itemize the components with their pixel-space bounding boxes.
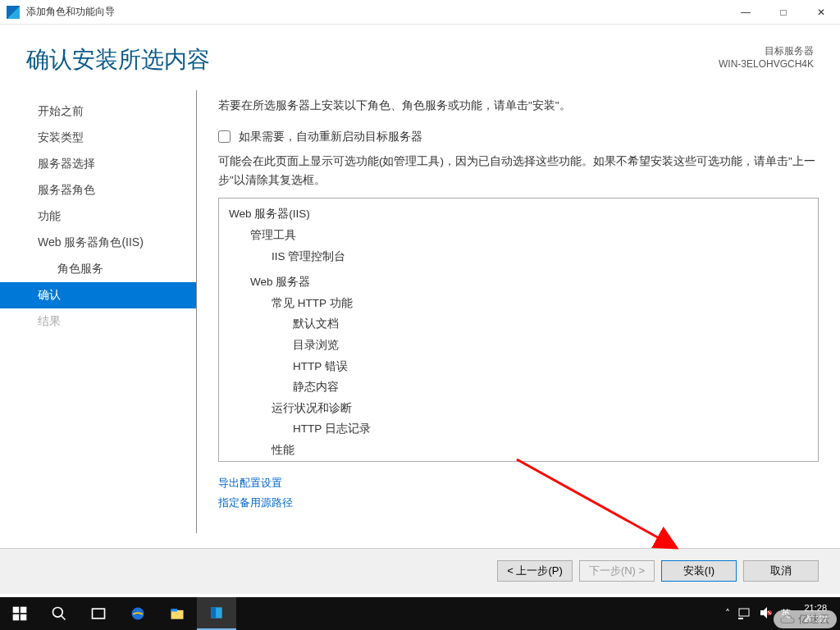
links: 导出配置设置 指定备用源路径 <box>218 473 819 512</box>
target-label: 目标服务器 <box>719 44 814 58</box>
header: 确认安装所选内容 目标服务器 WIN-3ELOHVGCH4K <box>0 25 840 90</box>
watermark-text: 亿速云 <box>798 612 830 627</box>
window-controls: — □ ✕ <box>727 0 840 25</box>
nav-server-roles[interactable]: 服务器角色 <box>0 177 196 203</box>
nav-role-services[interactable]: 角色服务 <box>0 256 196 282</box>
svg-line-6 <box>62 616 66 620</box>
ie-icon[interactable] <box>118 597 158 630</box>
cancel-button[interactable]: 取消 <box>743 560 819 582</box>
task-view-icon[interactable] <box>79 597 118 630</box>
tree-item: 静态内容压缩 <box>226 461 818 463</box>
auto-restart-row: 如果需要，自动重新启动目标服务器 <box>218 130 819 144</box>
server-manager-icon[interactable] <box>197 597 236 630</box>
window-title: 添加角色和功能向导 <box>26 5 727 19</box>
nav-confirmation[interactable]: 确认 <box>0 282 196 308</box>
tree-item: 目录浏览 <box>226 335 818 356</box>
target-info: 目标服务器 WIN-3ELOHVGCH4K <box>719 44 814 70</box>
intro-text: 若要在所选服务器上安装以下角色、角色服务或功能，请单击"安装"。 <box>218 97 819 115</box>
nav-iis-role[interactable]: Web 服务器角色(IIS) <box>0 230 196 256</box>
volume-icon[interactable] <box>760 606 773 622</box>
tree-item: 静态内容 <box>226 377 818 398</box>
svg-rect-7 <box>93 609 105 619</box>
auto-restart-checkbox[interactable] <box>218 130 231 143</box>
network-icon[interactable] <box>738 606 751 622</box>
close-button[interactable]: ✕ <box>802 0 840 25</box>
nav-install-type[interactable]: 安装类型 <box>0 125 196 151</box>
main-panel: 若要在所选服务器上安装以下角色、角色服务或功能，请单击"安装"。 如果需要，自动… <box>197 90 840 533</box>
tree-item: 常见 HTTP 功能 <box>226 293 818 314</box>
titlebar: 添加角色和功能向导 — □ ✕ <box>0 0 840 25</box>
nav-server-selection[interactable]: 服务器选择 <box>0 151 196 177</box>
auto-restart-label: 如果需要，自动重新启动目标服务器 <box>239 130 422 144</box>
tree-item: IIS 管理控制台 <box>226 246 818 267</box>
maximize-button[interactable]: □ <box>765 0 802 25</box>
tree-item: 管理工具 <box>226 225 818 246</box>
next-button: 下一步(N) > <box>579 560 655 582</box>
taskbar: ˄ 英 21:28 2019/ <box>0 597 840 630</box>
watermark: 亿速云 <box>774 610 837 628</box>
selection-tree[interactable]: Web 服务器(IIS) 管理工具 IIS 管理控制台 Web 服务器 常见 H… <box>218 198 819 462</box>
page-title: 确认安装所选内容 <box>26 44 210 75</box>
tree-item: Web 服务器(IIS) <box>226 203 818 225</box>
tree-item: 运行状况和诊断 <box>226 398 818 419</box>
svg-marker-15 <box>760 607 767 619</box>
optional-note: 可能会在此页面上显示可选功能(如管理工具)，因为已自动选择这些功能。如果不希望安… <box>218 153 819 190</box>
svg-point-5 <box>53 608 63 618</box>
footer-buttons: < 上一步(P) 下一步(N) > 安装(I) 取消 <box>0 548 840 594</box>
svg-rect-14 <box>738 618 743 619</box>
tree-item: 性能 <box>226 440 818 461</box>
search-icon[interactable] <box>39 597 79 630</box>
svg-rect-3 <box>13 614 20 621</box>
svg-rect-12 <box>211 607 216 618</box>
tree-item: HTTP 错误 <box>226 356 818 377</box>
tree-item: HTTP 日志记录 <box>226 418 818 440</box>
app-icon <box>7 6 20 19</box>
svg-rect-2 <box>21 607 27 614</box>
svg-rect-4 <box>21 614 27 621</box>
export-config-link[interactable]: 导出配置设置 <box>218 473 819 492</box>
cloud-icon <box>780 614 795 625</box>
install-button[interactable]: 安装(I) <box>661 560 737 582</box>
svg-rect-10 <box>171 609 178 611</box>
nav-results: 结果 <box>0 308 196 335</box>
content: 开始之前 安装类型 服务器选择 服务器角色 功能 Web 服务器角色(IIS) … <box>0 90 840 533</box>
previous-button[interactable]: < 上一步(P) <box>497 560 573 582</box>
nav-features[interactable]: 功能 <box>0 203 196 230</box>
tree-item: 默认文档 <box>226 313 818 335</box>
start-button[interactable] <box>0 597 39 630</box>
tray-chevron-icon[interactable]: ˄ <box>725 608 730 619</box>
minimize-button[interactable]: — <box>727 0 765 25</box>
nav-sidebar: 开始之前 安装类型 服务器选择 服务器角色 功能 Web 服务器角色(IIS) … <box>0 90 197 533</box>
tree-item: Web 服务器 <box>226 272 818 293</box>
nav-before-you-begin[interactable]: 开始之前 <box>0 98 196 125</box>
explorer-icon[interactable] <box>158 597 197 630</box>
svg-rect-1 <box>13 607 20 614</box>
svg-rect-13 <box>739 609 749 616</box>
alt-source-link[interactable]: 指定备用源路径 <box>218 493 819 512</box>
taskbar-spacer <box>236 597 717 630</box>
target-name: WIN-3ELOHVGCH4K <box>719 58 814 70</box>
